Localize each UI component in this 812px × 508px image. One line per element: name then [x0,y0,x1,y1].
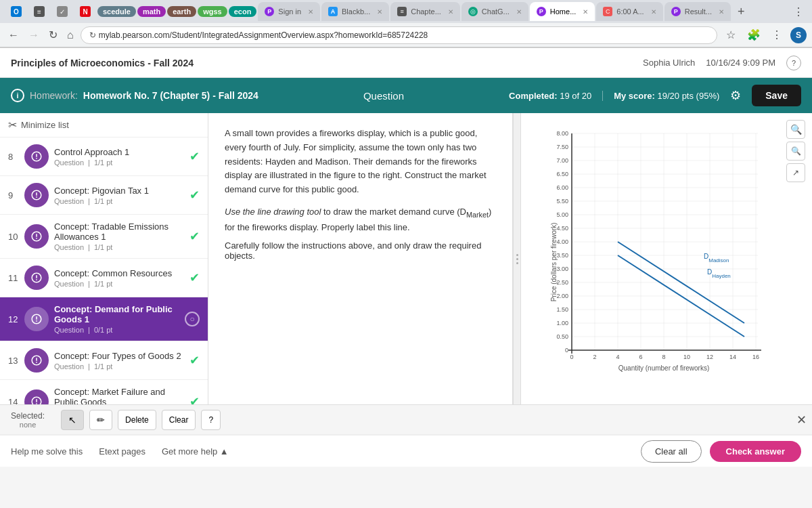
clear-button[interactable]: Clear [162,410,196,430]
hw-banner-left: i Homework: Homework No. 7 (Chapter 5) -… [11,89,258,102]
tab-600am[interactable]: C 6:00 A... ✕ [596,2,662,21]
item-icon-14 [24,389,49,404]
pill-scedule[interactable]: scedule [97,6,136,17]
tab-blackboard[interactable]: A Blackb... ✕ [321,2,389,21]
info-icon: i [11,89,24,102]
export-button[interactable]: ↗ [786,163,805,182]
hw-title: Homework No. 7 (Chapter 5) - Fall 2024 [83,90,258,101]
y-tick-labels: 0 0.50 1.00 1.50 2.00 2.50 3.00 3.50 4.0… [556,130,568,354]
bottom-right: Clear all Check answer [641,440,801,463]
url-bar[interactable]: ↻ mylab.pearson.com/Student/IntegratedAs… [81,26,717,44]
back-button[interactable]: ← [5,28,22,43]
tab-close-home[interactable]: ✕ [583,8,588,16]
save-button[interactable]: Save [752,85,801,106]
item-title-8: Control Approach 1 [54,147,189,157]
item-meta-10: Question | 1/1 pt [54,243,189,251]
tab-home[interactable]: P Home... ✕ [530,2,595,21]
graph-area: 🔍 🔍 ↗ Price (dollars per firework) [521,113,812,404]
tab-chatgpt[interactable]: ◎ ChatG... ✕ [461,2,528,21]
svg-text:6.00: 6.00 [556,184,568,191]
graph-svg: Price (dollars per firework) [548,127,778,384]
bookmark-button[interactable]: ☆ [721,26,740,45]
svg-text:0: 0 [570,354,573,360]
pencil-tool-button[interactable]: ✏ [89,410,112,430]
divider-handle[interactable] [513,113,521,404]
more-help-link[interactable]: Get more help ▲ [162,446,229,457]
item-title-14: Concept: Market Failure and Public Goods [54,387,189,404]
new-tab-button[interactable]: + [735,3,748,20]
minimize-list-button[interactable]: ✂ Minimize list [0,113,208,137]
tab-close-600am[interactable]: ✕ [651,8,656,16]
svg-text:2: 2 [593,354,596,360]
selected-label: Selected: [11,411,45,421]
item-meta-9: Question | 1/1 pt [54,197,189,205]
tab-result[interactable]: P Result... ✕ [664,2,731,21]
menu-button[interactable]: ⋮ [767,26,786,45]
tab-close-chapter[interactable]: ✕ [448,8,453,16]
svg-text:1.50: 1.50 [556,306,568,313]
browser-chrome: O ≡ ✓ N scedule math earth wgss econ P S… [0,0,812,48]
svg-text:0.50: 0.50 [556,333,568,340]
item-icon-13 [24,348,49,373]
delete-button[interactable]: Delete [118,410,156,430]
sidebar-item-8[interactable]: 8 Control Approach 1 Question | 1/1 pt ✔ [0,137,208,176]
check-answer-button[interactable]: Check answer [710,441,801,462]
hw-completed: Completed: 19 of 20 [509,91,603,101]
svg-text:4.00: 4.00 [556,238,568,245]
tab-netflix[interactable]: N [74,2,96,21]
svg-text:2.50: 2.50 [556,279,568,286]
svg-text:8.00: 8.00 [556,130,568,137]
y-axis-label: Price (dollars per firework) [550,223,558,302]
home-nav-button[interactable]: ⌂ [64,28,76,43]
pill-econ[interactable]: econ [229,6,257,17]
sidebar-item-11[interactable]: 11 Concept: Common Resources Question | … [0,259,208,297]
tab-signin[interactable]: P Sign in ✕ [258,2,320,21]
question-note: Carefully follow the instructions above,… [225,240,496,261]
item-title-11: Concept: Common Resources [54,268,189,278]
footer-toolbar: Selected: none ↖ ✏ Delete Clear ? ✕ [0,404,812,434]
tab-close-blackboard[interactable]: ✕ [377,8,382,16]
etext-link[interactable]: Etext pages [99,446,145,457]
sidebar-item-9[interactable]: 9 Concept: Pigovian Tax 1 Question | 1/1… [0,176,208,215]
selected-value: none [20,421,36,429]
divider-dots [516,254,518,264]
tab-outlook[interactable]: O [5,2,27,21]
pill-wgss[interactable]: wgss [198,6,227,17]
tab-notes[interactable]: ≡ [28,2,50,21]
hw-score: My score: 19/20 pts (95%) [614,91,719,101]
help-button[interactable]: ? [786,56,801,70]
app-title: Principles of Microeconomics - Fall 2024 [11,58,194,68]
profile-avatar[interactable]: S [790,27,807,43]
svg-text:12: 12 [706,354,713,360]
refresh-button[interactable]: ↻ [46,27,60,43]
pill-earth[interactable]: earth [167,6,196,17]
pending-icon-12: ○ [185,312,200,326]
svg-text:16: 16 [752,354,759,360]
cursor-tool-button[interactable]: ↖ [61,410,84,430]
tab-check[interactable]: ✓ [51,2,73,21]
extension-button[interactable]: 🧩 [744,26,763,45]
clear-all-button[interactable]: Clear all [641,440,702,463]
forward-button[interactable]: → [26,28,42,43]
tab-expand-button[interactable]: ⋮ [790,4,807,20]
zoom-in-button[interactable]: 🔍 [786,120,805,139]
pill-math[interactable]: math [137,6,166,17]
tab-chapter[interactable]: ≡ Chapte... ✕ [390,2,460,21]
zoom-out-button[interactable]: 🔍 [786,142,805,161]
sidebar-item-12[interactable]: 12 Concept: Demand for Public Goods 1 Qu… [0,297,208,341]
tab-close-chatgpt[interactable]: ✕ [516,8,522,16]
sidebar-item-13[interactable]: 13 Concept: Four Types of Goods 2 Questi… [0,341,208,380]
svg-text:0: 0 [565,347,568,354]
toolbar-close-button[interactable]: ✕ [796,412,807,427]
sidebar-item-14[interactable]: 14 Concept: Market Failure and Public Go… [0,380,208,404]
hw-label: Homework: [30,90,78,101]
svg-text:8: 8 [662,354,665,360]
help-tool-button[interactable]: ? [201,410,221,430]
help-solve-link[interactable]: Help me solve this [11,446,83,457]
tab-close-result[interactable]: ✕ [719,8,724,16]
check-icon-10: ✔ [189,229,200,244]
sidebar-item-10[interactable]: 10 Concept: Tradable Emissions Allowance… [0,215,208,259]
tab-close-signin[interactable]: ✕ [308,8,313,16]
settings-icon[interactable]: ⚙ [730,88,741,103]
item-icon-8 [24,144,49,169]
